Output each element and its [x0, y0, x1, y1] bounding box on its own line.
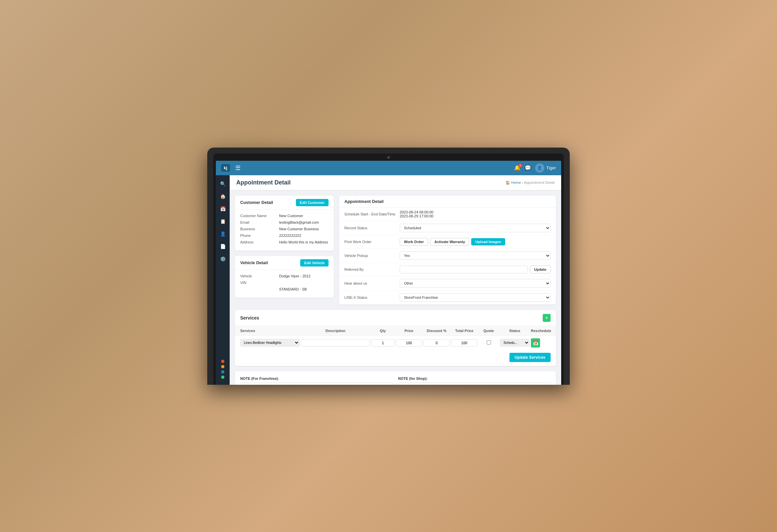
qty-input[interactable] — [371, 339, 395, 347]
qty-cell — [371, 339, 395, 347]
upload-images-button[interactable]: Upload Images — [471, 238, 505, 245]
customer-name-value: New Customer — [279, 214, 329, 218]
col-qty: Qty — [371, 329, 395, 333]
sidebar-dot-orange[interactable] — [221, 365, 224, 368]
col-price: Price — [396, 329, 422, 333]
vehicle-card-header: Vehicle Detail Edit Vehicle — [235, 256, 334, 270]
breadcrumb-home[interactable]: Home — [512, 180, 521, 184]
work-order-button[interactable]: Work Order — [400, 238, 428, 246]
sidebar-dot-green[interactable] — [221, 376, 224, 379]
services-title: Services — [240, 315, 259, 320]
sidebar-item-search[interactable]: 🔍 — [217, 178, 228, 189]
services-card: Services + Services Description Qty Pric… — [235, 310, 556, 366]
vehicle-pickup-select[interactable]: Yes No — [400, 251, 551, 260]
standard-row: STANDARD - SB — [240, 287, 329, 291]
main-layout: 🔍 🏠 📅 📋 👤 📄 ⚙️ Ap — [216, 175, 561, 385]
sidebar-dot-blue[interactable] — [221, 370, 224, 374]
camera-dot — [387, 156, 390, 159]
content-area: Appointment Detail 🏠 Home › Appointment … — [230, 175, 561, 385]
activate-warranty-button[interactable]: Activate Warranty — [430, 238, 469, 246]
update-referred-button[interactable]: Update — [530, 266, 551, 273]
sidebar-item-clipboard[interactable]: 📋 — [217, 216, 228, 227]
home-icon: 🏠 — [506, 180, 510, 184]
breadcrumb-current: Appointment Detail — [524, 180, 555, 184]
schedule-label: Schedule Start - End Date/Time — [344, 212, 397, 216]
reschedule-button[interactable]: 📅 — [531, 338, 540, 348]
edit-vehicle-button[interactable]: Edit Vehicle — [300, 259, 329, 266]
vehicle-detail-card: Vehicle Detail Edit Vehicle Vehicle Dodg… — [235, 256, 334, 298]
col-discount: Discount % — [423, 329, 450, 333]
vin-label: VIN — [240, 281, 276, 285]
customer-phone-row: Phone 22222222222 — [240, 234, 329, 238]
sidebar-item-settings[interactable]: ⚙️ — [217, 254, 228, 264]
franchise-notes-section: NOTE (For Franchise): — [240, 377, 393, 385]
total-price-input[interactable] — [451, 339, 477, 347]
price-input[interactable] — [396, 339, 422, 347]
two-col-layout: Customer Detail Edit Customer Customer N… — [235, 196, 556, 305]
sidebar-item-home[interactable]: 🏠 — [217, 191, 228, 202]
customer-address-row: Address Hello World this is my Address — [240, 240, 329, 244]
customer-email-value: testingBlack@gmail.com — [279, 220, 329, 224]
record-status-label: Record Status — [344, 226, 397, 230]
col-quote: Quote — [479, 329, 498, 333]
vin-row: VIN — [240, 281, 329, 285]
sidebar-item-user[interactable]: 👤 — [217, 229, 228, 239]
sidebar-item-document[interactable]: 📄 — [217, 241, 228, 252]
record-status-select[interactable]: Scheduled Completed Cancelled Pending — [400, 224, 551, 232]
page-header: Appointment Detail 🏠 Home › Appointment … — [230, 175, 561, 190]
breadcrumb: 🏠 Home › Appointment Detail — [506, 180, 555, 185]
update-services-button[interactable]: Update Services — [510, 353, 551, 362]
customer-detail-card: Customer Detail Edit Customer Customer N… — [235, 196, 334, 251]
customer-email-row: Email testingBlack@gmail.com — [240, 220, 329, 224]
schedule-row: Schedule Start - End Date/Time 2023-08-2… — [339, 208, 556, 221]
schedule-values: 2023-08-24 08:00:00 2023-08-29 17:00:00 — [400, 210, 551, 218]
user-menu[interactable]: 👤 Tiger — [535, 163, 556, 173]
col-services: Services — [240, 329, 300, 333]
customer-card-title: Customer Detail — [240, 200, 273, 205]
customer-name-row: Customer Name New Customer — [240, 214, 329, 218]
linex-status-label: LINE-X Status — [344, 295, 397, 299]
service-name-cell: Linex-Bedliner Headlights — [240, 339, 300, 347]
bell-icon-btn[interactable]: 🔔 1 — [514, 165, 521, 171]
discount-input[interactable] — [423, 339, 450, 347]
status-cell: Schedu... Completed Pending — [500, 339, 530, 347]
nav-logo: kj — [221, 164, 230, 172]
col-status: Status — [500, 329, 530, 333]
sidebar-item-calendar[interactable]: 📅 — [217, 204, 228, 214]
sidebar-dot-red[interactable] — [221, 360, 224, 363]
shop-notes-textarea[interactable] — [398, 382, 551, 385]
customer-phone-label: Phone — [240, 234, 276, 238]
hear-about-us-select[interactable]: Other Google Facebook Friend — [400, 279, 551, 288]
col-reschedule: Reschedule — [531, 329, 551, 333]
referred-by-input[interactable] — [400, 266, 528, 273]
vehicle-row: Vehicle Dodge Viper - 2012 — [240, 274, 329, 278]
vehicle-value: Dodge Viper - 2012 — [279, 274, 329, 278]
standard-value: STANDARD - SB — [279, 287, 329, 291]
schedule-start-value: 2023-08-24 08:00:00 — [400, 210, 551, 214]
franchise-notes-textarea[interactable] — [240, 382, 393, 385]
quote-cell — [479, 340, 498, 345]
add-service-button[interactable]: + — [543, 314, 551, 322]
services-header: Services + — [235, 310, 556, 326]
service-select[interactable]: Linex-Bedliner Headlights — [240, 339, 300, 347]
status-select[interactable]: Schedu... Completed Pending — [500, 339, 530, 347]
linex-status-select[interactable]: StoreFront Franchise Distributor Corpora… — [400, 293, 551, 302]
update-services-row: Update Services — [235, 350, 556, 366]
chat-icon-btn[interactable]: 💬 — [525, 165, 531, 171]
vehicle-pickup-label: Vehicle Pickup — [344, 254, 397, 258]
customer-address-value: Hello World this is my Address — [279, 240, 329, 244]
user-name: Tiger — [546, 165, 556, 170]
services-table-header: Services Description Qty Price Discount … — [235, 326, 556, 336]
screen: kj ☰ 🔔 1 💬 👤 Tiger — [216, 161, 561, 385]
edit-customer-button[interactable]: Edit Customer — [296, 199, 329, 206]
vehicle-pickup-row: Vehicle Pickup Yes No — [339, 249, 556, 263]
total-price-cell — [451, 339, 477, 347]
hamburger-icon[interactable]: ☰ — [235, 164, 240, 172]
customer-name-label: Customer Name — [240, 214, 276, 218]
price-cell — [396, 339, 422, 347]
col-description: Description — [301, 329, 370, 333]
description-input[interactable] — [301, 339, 370, 347]
quote-checkbox[interactable] — [487, 340, 491, 345]
col-total-price: Total Price — [451, 329, 477, 333]
main-content: Customer Detail Edit Customer Customer N… — [230, 190, 561, 385]
